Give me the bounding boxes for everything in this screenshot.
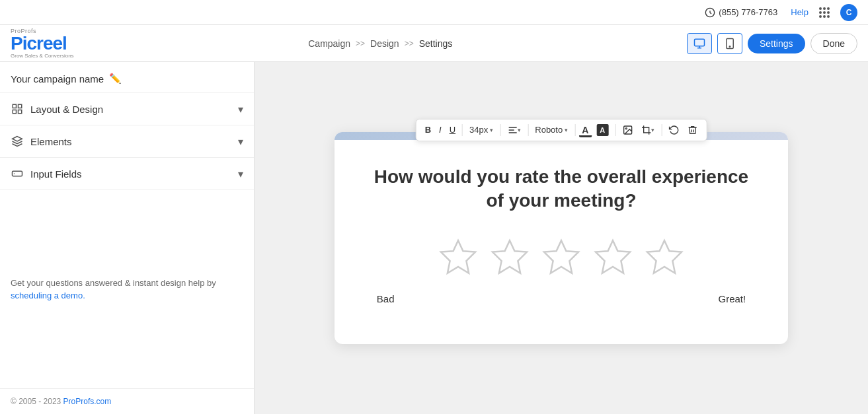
sidebar: Your campaign name ✏️ Layout & Design ▾ <box>0 62 255 414</box>
svg-marker-16 <box>441 241 475 274</box>
campaign-name-row: Your campaign name ✏️ <box>0 62 254 93</box>
toolbar-delete[interactable] <box>684 123 701 137</box>
toolbar-font-family[interactable]: Roboto ▾ <box>532 123 571 136</box>
logo: ProProfs Picreel Grow Sales & Conversion… <box>11 28 74 59</box>
logo-picreel: Picreel <box>11 34 74 53</box>
popup-title: How would you rate the overall experienc… <box>374 165 748 213</box>
grid-menu-icon[interactable] <box>819 7 830 18</box>
top-bar: (855) 776-7763 Help C <box>0 0 868 25</box>
input-fields-chevron: ▾ <box>238 168 243 180</box>
desktop-icon <box>693 38 705 50</box>
sidebar-help-text: Get your questions answered & instant de… <box>0 263 254 316</box>
svg-marker-20 <box>647 241 682 274</box>
input-fields-label: Input Fields <box>30 168 82 180</box>
layout-design-label: Layout & Design <box>30 104 103 115</box>
input-fields-left: Input Fields <box>11 167 82 180</box>
svg-rect-2 <box>694 39 704 46</box>
rating-great: Great! <box>719 293 746 304</box>
svg-rect-6 <box>19 104 22 108</box>
crop-chevron: ▾ <box>651 127 654 133</box>
layout-design-chevron: ▾ <box>238 103 243 116</box>
nav-design[interactable]: Design <box>370 38 399 49</box>
text-toolbar: B I U 34px ▾ ▾ Roboto ▾ <box>416 119 707 141</box>
header: ProProfs Picreel Grow Sales & Conversion… <box>0 25 868 62</box>
star-4[interactable] <box>592 236 633 277</box>
toolbar-text-color[interactable]: A <box>578 123 592 137</box>
elements-left: Elements <box>11 135 72 148</box>
toolbar-underline[interactable]: U <box>446 123 459 137</box>
toolbar-sep-2 <box>500 124 500 136</box>
svg-point-4 <box>729 46 730 47</box>
star-1[interactable] <box>438 236 479 277</box>
logo-tagline: Grow Sales & Conversions <box>11 53 74 59</box>
toolbar-sep-4 <box>574 124 575 136</box>
sidebar-section-layout: Layout & Design ▾ <box>0 93 254 125</box>
scheduling-demo-link[interactable]: scheduling a demo. <box>11 291 85 300</box>
user-avatar[interactable]: C <box>840 4 857 21</box>
breadcrumb: Campaign >> Design >> Settings <box>74 38 687 49</box>
svg-marker-19 <box>596 241 630 274</box>
toolbar-sep-3 <box>528 124 528 136</box>
rating-bad: Bad <box>377 293 395 304</box>
nav-settings[interactable]: Settings <box>419 38 453 49</box>
toolbar-align[interactable]: ▾ <box>504 123 524 137</box>
rating-labels: Bad Great! <box>374 293 748 304</box>
toolbar-font-size[interactable]: 34px ▾ <box>466 123 496 136</box>
nav-campaign[interactable]: Campaign <box>308 38 350 49</box>
input-fields-section-header[interactable]: Input Fields ▾ <box>0 158 254 190</box>
done-button[interactable]: Done <box>810 33 857 54</box>
toolbar-sep-1 <box>462 124 463 136</box>
header-actions: Settings Done <box>687 33 857 54</box>
canvas-area: B I U 34px ▾ ▾ Roboto ▾ <box>255 62 868 414</box>
elements-icon <box>11 135 24 148</box>
layout-design-icon <box>11 102 24 116</box>
svg-rect-8 <box>19 110 22 114</box>
toolbar-crop[interactable]: ▾ <box>637 123 658 137</box>
toolbar-image[interactable] <box>619 123 636 137</box>
sidebar-section-input-fields: Input Fields ▾ <box>0 158 254 190</box>
edit-campaign-name-icon[interactable]: ✏️ <box>109 73 122 85</box>
stars-row[interactable] <box>374 236 748 277</box>
sidebar-section-elements: Elements ▾ <box>0 125 254 158</box>
nav-sep-1: >> <box>356 39 365 48</box>
star-5[interactable] <box>644 236 685 277</box>
font-family-chevron: ▾ <box>565 127 568 133</box>
proprofs-link[interactable]: ProProfs.com <box>63 397 112 406</box>
elements-label: Elements <box>30 136 72 147</box>
popup-card[interactable]: B I U 34px ▾ ▾ Roboto ▾ <box>335 132 788 345</box>
toolbar-italic[interactable]: I <box>436 123 445 137</box>
font-size-chevron: ▾ <box>490 127 493 133</box>
mobile-icon <box>724 38 736 50</box>
svg-rect-5 <box>13 104 16 108</box>
phone-number: (855) 776-7763 <box>719 7 777 17</box>
nav-sep-2: >> <box>405 39 414 48</box>
star-2[interactable] <box>489 236 530 277</box>
footer: © 2005 - 2023 ProProfs.com <box>0 388 254 414</box>
desktop-view-button[interactable] <box>687 33 712 54</box>
mobile-view-button[interactable] <box>717 33 742 54</box>
elements-chevron: ▾ <box>238 135 243 148</box>
star-3[interactable] <box>541 236 582 277</box>
toolbar-sep-5 <box>615 124 615 136</box>
layout-design-left: Layout & Design <box>11 102 103 116</box>
svg-marker-17 <box>493 241 527 274</box>
toolbar-bold[interactable]: B <box>422 123 434 137</box>
phone-item[interactable]: (855) 776-7763 <box>705 7 777 18</box>
svg-point-15 <box>625 127 627 129</box>
elements-section-header[interactable]: Elements ▾ <box>0 125 254 157</box>
phone-icon <box>705 7 715 18</box>
toolbar-bg-color[interactable]: A <box>593 122 612 138</box>
align-chevron: ▾ <box>518 127 521 133</box>
toolbar-sep-6 <box>661 124 662 136</box>
svg-marker-18 <box>544 241 578 274</box>
settings-button[interactable]: Settings <box>748 34 805 53</box>
campaign-name-text: Your campaign name <box>11 73 104 85</box>
toolbar-reset[interactable] <box>665 123 682 137</box>
input-fields-icon <box>11 167 24 180</box>
main-layout: Your campaign name ✏️ Layout & Design ▾ <box>0 62 868 414</box>
svg-rect-7 <box>13 110 16 114</box>
layout-design-section-header[interactable]: Layout & Design ▾ <box>0 93 254 125</box>
help-link[interactable]: Help <box>788 7 809 17</box>
